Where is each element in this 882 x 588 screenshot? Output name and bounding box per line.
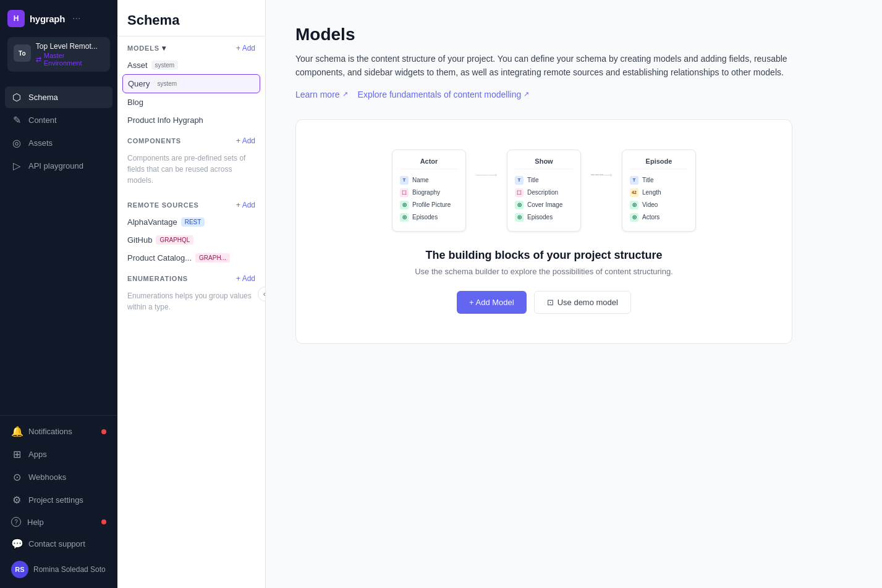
nav-item-help[interactable]: ? Help bbox=[5, 512, 112, 532]
nav-label-project-settings: Project settings bbox=[28, 495, 83, 505]
remote-item-product-catalog[interactable]: Product Catalog... GRAPH... bbox=[117, 249, 265, 267]
model-item-query[interactable]: Query system bbox=[122, 74, 260, 93]
enumerations-description: Enumerations helps you group values with… bbox=[117, 287, 265, 320]
schema-header: Schema bbox=[117, 0, 265, 36]
add-model-button[interactable]: + Add bbox=[236, 44, 255, 52]
card-heading: The building blocks of your project stru… bbox=[425, 249, 662, 262]
sidebar-top: H hygraph ··· To Top Level Remot... ⇄ Ma… bbox=[0, 0, 117, 82]
add-model-button-card[interactable]: + Add Model bbox=[457, 291, 527, 314]
asset-icon: ◎ bbox=[400, 201, 409, 209]
remote-sources-label: REMOTE SOURCES bbox=[127, 201, 199, 209]
links-row: Learn more ↗ Explore fundamentals of con… bbox=[295, 90, 792, 99]
explore-label: Explore fundamentals of content modellin… bbox=[358, 90, 522, 99]
learn-more-link[interactable]: Learn more ↗ bbox=[295, 90, 348, 99]
nav-label-api: API playground bbox=[28, 161, 83, 170]
field-description: ⬚ Description bbox=[515, 187, 573, 199]
field-name: T Name bbox=[400, 174, 458, 187]
add-component-button[interactable]: + Add bbox=[236, 136, 255, 145]
diagram: Actor T Name ⬚ Biography ◎ Profile Pictu… bbox=[392, 149, 696, 232]
logo-mark: H bbox=[7, 10, 25, 27]
card-buttons: + Add Model ⊡ Use demo model bbox=[457, 291, 631, 314]
project-card[interactable]: To Top Level Remot... ⇄ Master Environme… bbox=[7, 37, 110, 72]
text-icon-episode: T bbox=[630, 176, 638, 185]
user-row[interactable]: RS Romina Soledad Soto bbox=[5, 556, 112, 583]
rich-text-icon-show: ⬚ bbox=[515, 188, 524, 197]
main-inner: Models Your schema is the content struct… bbox=[266, 0, 822, 369]
user-avatar: RS bbox=[11, 561, 28, 578]
model-item-product-info[interactable]: Product Info Hygraph bbox=[117, 111, 265, 129]
text-icon: T bbox=[400, 176, 409, 185]
nav-item-project-settings[interactable]: ⚙ Project settings bbox=[5, 489, 112, 511]
nav-label-apps: Apps bbox=[28, 450, 47, 459]
help-icon: ? bbox=[11, 517, 21, 527]
learn-more-icon: ↗ bbox=[342, 90, 348, 98]
nav-item-assets[interactable]: ◎ Assets bbox=[5, 132, 112, 154]
connector-show-episode: ⟶ bbox=[591, 149, 612, 178]
schema-panel: Schema MODELS ▾ + Add Asset system Query… bbox=[117, 0, 266, 588]
notification-badge bbox=[101, 429, 106, 434]
nav-item-content[interactable]: ✎ Content bbox=[5, 109, 112, 131]
main-content: Models Your schema is the content struct… bbox=[266, 0, 882, 588]
use-demo-model-button[interactable]: ⊡ Use demo model bbox=[534, 291, 631, 314]
env-label: Master Environment bbox=[44, 52, 104, 67]
tag-system-asset: system bbox=[151, 61, 179, 70]
nav-item-webhooks[interactable]: ⊙ Webhooks bbox=[5, 466, 112, 488]
demo-model-label: Use demo model bbox=[558, 298, 618, 307]
nav-item-contact-support[interactable]: 💬 Contact support bbox=[5, 533, 112, 555]
number-icon: 42 bbox=[630, 188, 638, 197]
nav-item-notifications[interactable]: 🔔 Notifications bbox=[5, 421, 112, 442]
explore-link[interactable]: Explore fundamentals of content modellin… bbox=[358, 90, 530, 99]
remote-sources-section-header: REMOTE SOURCES + Add bbox=[117, 193, 265, 213]
page-title: Models bbox=[295, 25, 792, 44]
help-badge bbox=[101, 519, 106, 524]
text-icon-show: T bbox=[515, 176, 524, 185]
models-card: Actor T Name ⬚ Biography ◎ Profile Pictu… bbox=[295, 119, 792, 344]
demo-icon: ⊡ bbox=[547, 298, 554, 307]
model-item-blog[interactable]: Blog bbox=[117, 93, 265, 111]
components-label: COMPONENTS bbox=[127, 137, 181, 145]
remote-item-alphavantage[interactable]: AlphaVantage REST bbox=[117, 213, 265, 231]
add-model-label: + Add Model bbox=[469, 298, 514, 307]
content-icon: ✎ bbox=[11, 114, 22, 126]
settings-icon: ⚙ bbox=[11, 494, 22, 506]
tag-rest: REST bbox=[181, 217, 205, 227]
env-icon: ⇄ bbox=[36, 56, 41, 64]
tag-graphql-github: GRAPHQL bbox=[156, 235, 193, 245]
nav-label-content: Content bbox=[28, 116, 57, 125]
learn-more-label: Learn more bbox=[295, 90, 340, 99]
enumerations-section-header: ENUMERATIONS + Add bbox=[117, 267, 265, 287]
diagram-episode: Episode T Title 42 Length ◎ Video ◎ bbox=[622, 149, 696, 232]
nav-label-assets: Assets bbox=[28, 138, 53, 148]
diagram-actor: Actor T Name ⬚ Biography ◎ Profile Pictu… bbox=[392, 149, 466, 232]
nav-item-apps[interactable]: ⊞ Apps bbox=[5, 443, 112, 465]
relation-icon-show: ◎ bbox=[515, 213, 524, 222]
model-item-asset[interactable]: Asset system bbox=[117, 56, 265, 74]
nav-item-schema[interactable]: ⬡ Schema bbox=[5, 86, 112, 108]
nav-item-api[interactable]: ▷ API playground bbox=[5, 155, 112, 177]
sidebar: H hygraph ··· To Top Level Remot... ⇄ Ma… bbox=[0, 0, 117, 588]
field-cover-image: ◎ Cover Image bbox=[515, 199, 573, 211]
card-subtext: Use the schema builder to explore the po… bbox=[415, 267, 673, 276]
asset-icon-episode: ◎ bbox=[630, 201, 638, 209]
add-enumeration-button[interactable]: + Add bbox=[236, 274, 255, 283]
project-env: ⇄ Master Environment bbox=[36, 52, 104, 67]
nav-label-contact-support: Contact support bbox=[28, 539, 85, 548]
main-description: Your schema is the content structure of … bbox=[295, 52, 792, 80]
main-nav: ⬡ Schema ✎ Content ◎ Assets ▷ API playgr… bbox=[0, 82, 117, 415]
field-biography: ⬚ Biography bbox=[400, 187, 458, 199]
contact-support-icon: 💬 bbox=[11, 538, 22, 550]
rich-text-icon: ⬚ bbox=[400, 188, 409, 197]
models-dropdown-icon[interactable]: ▾ bbox=[162, 44, 166, 52]
sidebar-bottom: 🔔 Notifications ⊞ Apps ⊙ Webhooks ⚙ Proj… bbox=[0, 415, 117, 588]
add-remote-source-button[interactable]: + Add bbox=[236, 201, 255, 209]
logo-dots-icon[interactable]: ··· bbox=[72, 13, 80, 24]
notifications-icon: 🔔 bbox=[11, 426, 22, 437]
field-episodes-actor: ◎ Episodes bbox=[400, 211, 458, 224]
logo-row: H hygraph ··· bbox=[7, 10, 110, 27]
remote-item-github[interactable]: GitHub GRAPHQL bbox=[117, 231, 265, 249]
field-show-title: T Title bbox=[515, 174, 573, 187]
connector-actor-show: ⟶ bbox=[476, 149, 497, 178]
nav-label-help: Help bbox=[27, 518, 44, 527]
components-description: Components are pre-defined sets of field… bbox=[117, 149, 265, 193]
tag-graphql-catalog: GRAPH... bbox=[195, 253, 230, 262]
